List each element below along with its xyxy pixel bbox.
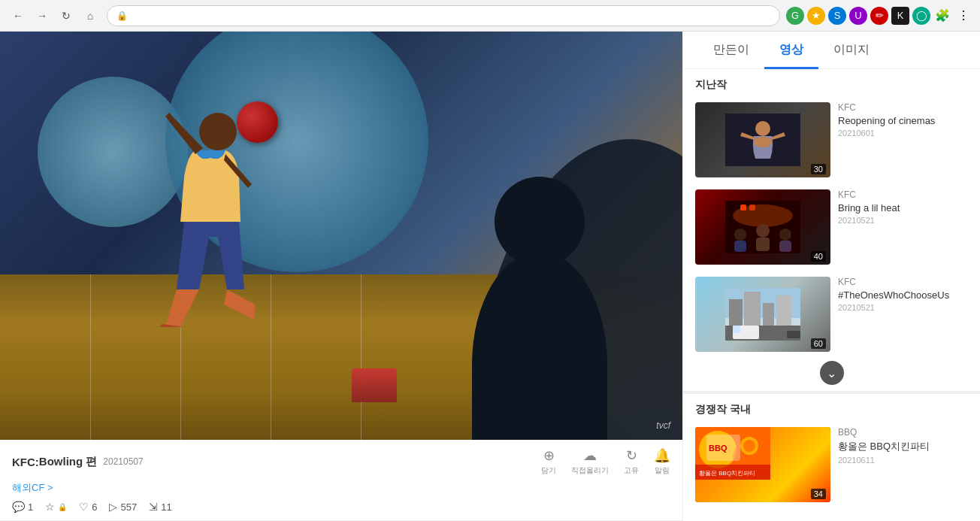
view-stat[interactable]: ▷ 557 bbox=[109, 501, 137, 513]
download-label: 담기 bbox=[541, 465, 556, 476]
related-date-3: 20210521 bbox=[838, 303, 968, 312]
tab-video[interactable]: 영상 bbox=[764, 33, 818, 69]
svg-rect-22 bbox=[733, 326, 740, 333]
svg-point-8 bbox=[734, 229, 746, 241]
category-text[interactable]: 해외CF > bbox=[12, 482, 53, 493]
tab-madeni[interactable]: 만든이 bbox=[698, 33, 764, 69]
reload-button[interactable]: ↻ bbox=[56, 5, 77, 26]
upload-button[interactable]: ☁ 직접올리기 bbox=[571, 447, 609, 476]
like-count: 6 bbox=[92, 501, 97, 513]
thumb-3: 60 bbox=[695, 277, 830, 352]
svg-point-3 bbox=[754, 137, 772, 147]
share-button[interactable]: ↻ 고유 bbox=[624, 447, 639, 476]
address-bar[interactable]: 🔒 play.tvcf.co.kr/827903 bbox=[107, 5, 780, 26]
bookmark-stat[interactable]: ☆ 🔒 bbox=[45, 501, 67, 513]
share-label: 고유 bbox=[624, 465, 639, 476]
thumb-bbq: BBQ 황올은 BBQ치킨파티 34 bbox=[695, 427, 830, 502]
thumb-duration-1: 30 bbox=[811, 164, 826, 174]
forward-button[interactable]: → bbox=[32, 5, 53, 26]
competition-section: 경쟁작 국내 BBQ bbox=[683, 388, 980, 508]
related-video-1[interactable]: 30 KFC Reopening of cinemas 20210601 bbox=[683, 96, 980, 183]
download-button[interactable]: ⊕ 담기 bbox=[541, 447, 556, 476]
like-stat[interactable]: ♡ 6 bbox=[79, 501, 97, 513]
svg-text:BBQ: BBQ bbox=[709, 444, 727, 453]
tab-image[interactable]: 이미지 bbox=[818, 33, 885, 69]
title-group: KFC : Bowling 편 20210507 bbox=[12, 455, 144, 469]
past-works-label: 지난작 bbox=[683, 69, 980, 96]
svg-rect-23 bbox=[767, 329, 785, 338]
main-layout: tvcf KFC : Bowling 편 20210507 ⊕ 담기 bbox=[0, 32, 980, 521]
related-date-2: 20210521 bbox=[838, 216, 968, 225]
related-info-1: KFC Reopening of cinemas 20210601 bbox=[838, 102, 968, 177]
download-icon: ⊕ bbox=[543, 447, 555, 464]
ext-icon-2: ★ bbox=[807, 7, 825, 25]
related-video-3[interactable]: 60 KFC #TheOnesWhoChooseUs 20210521 bbox=[683, 271, 980, 358]
url-input[interactable]: play.tvcf.co.kr/827903 bbox=[132, 10, 770, 21]
ext-icon-1: G bbox=[786, 7, 804, 25]
lock-icon: 🔒 bbox=[58, 503, 67, 511]
video-player[interactable]: tvcf bbox=[0, 32, 682, 440]
related-date-bbq: 20210611 bbox=[838, 456, 968, 465]
svg-text:황올은 BBQ치킨파티: 황올은 BBQ치킨파티 bbox=[699, 470, 755, 477]
svg-point-0 bbox=[199, 113, 237, 150]
ext-icon-puzzle: 🧩 bbox=[933, 7, 951, 25]
svg-point-31 bbox=[743, 440, 755, 452]
lane-line-1 bbox=[90, 274, 91, 440]
related-brand-1: KFC bbox=[838, 102, 968, 113]
bowling-scene: tvcf bbox=[0, 32, 682, 440]
thumb-duration-3: 60 bbox=[811, 338, 826, 349]
related-title-3: #TheOnesWhoChooseUs bbox=[838, 289, 968, 301]
bowler-figure bbox=[120, 86, 286, 327]
view-count: 557 bbox=[120, 501, 137, 513]
upload-icon: ☁ bbox=[583, 447, 597, 464]
comment-stat[interactable]: 💬 1 bbox=[12, 501, 33, 513]
video-subtitle: Bowling 편 bbox=[39, 455, 98, 469]
thumb-2: 40 bbox=[695, 189, 830, 265]
alarm-icon: 🔔 bbox=[654, 447, 670, 464]
video-info-bar: KFC : Bowling 편 20210507 ⊕ 담기 ☁ 직접올리기 bbox=[0, 440, 682, 521]
lane-line-4 bbox=[361, 274, 361, 440]
svg-rect-13 bbox=[779, 241, 791, 252]
upload-label: 직접올리기 bbox=[571, 465, 609, 476]
related-info-2: KFC Bring a lil heat 20210521 bbox=[838, 189, 968, 265]
svg-rect-7 bbox=[749, 204, 755, 211]
svg-point-10 bbox=[756, 224, 770, 238]
thumb-duration-2: 40 bbox=[811, 251, 826, 262]
video-stats: 💬 1 ☆ 🔒 ♡ 6 ▷ 557 ⇲ 11 bbox=[12, 501, 670, 513]
ext-icon-5: ✏ bbox=[870, 7, 888, 25]
home-button[interactable]: ⌂ bbox=[80, 5, 101, 26]
cup-item bbox=[352, 368, 397, 402]
back-button[interactable]: ← bbox=[8, 5, 29, 26]
thumb-duration-bbq: 34 bbox=[811, 489, 826, 499]
head-silhouette bbox=[472, 177, 622, 440]
alarm-label: 알림 bbox=[655, 465, 670, 476]
svg-point-2 bbox=[755, 121, 770, 136]
nav-buttons: ← → ↻ ⌂ bbox=[8, 5, 101, 26]
right-panel: 만든이 영상 이미지 지난작 bbox=[682, 32, 980, 521]
share-stat[interactable]: ⇲ 11 bbox=[149, 501, 171, 513]
share-stat-icon: ⇲ bbox=[149, 501, 158, 513]
category-link[interactable]: 해외CF > bbox=[12, 480, 670, 495]
watermark: tvcf bbox=[656, 420, 670, 431]
ext-icon-3: S bbox=[828, 7, 846, 25]
browser-actions: G ★ S U ✏ K ◯ 🧩 ⋮ bbox=[786, 7, 972, 25]
ext-icon-4: U bbox=[849, 7, 867, 25]
svg-rect-6 bbox=[740, 204, 746, 211]
related-info-bbq: BBQ 황올은 BBQ치킨파티 20210611 bbox=[838, 427, 968, 502]
related-brand-bbq: BBQ bbox=[838, 427, 968, 438]
alarm-button[interactable]: 🔔 알림 bbox=[654, 447, 670, 476]
related-brand-2: KFC bbox=[838, 189, 968, 200]
related-video-bbq[interactable]: BBQ 황올은 BBQ치킨파티 34 BBQ 황올은 BBQ치킨파티 bbox=[683, 421, 980, 508]
related-title-2: Bring a lil heat bbox=[838, 202, 968, 214]
svg-rect-11 bbox=[756, 238, 770, 251]
ext-icon-6: K bbox=[891, 7, 909, 25]
video-actions: ⊕ 담기 ☁ 직접올리기 ↻ 고유 🔔 알림 bbox=[541, 447, 670, 476]
scroll-down-button[interactable]: ⌄ bbox=[820, 361, 844, 385]
related-date-1: 20210601 bbox=[838, 129, 968, 138]
related-video-2[interactable]: 40 KFC Bring a lil heat 20210521 bbox=[683, 183, 980, 271]
menu-icon[interactable]: ⋮ bbox=[954, 7, 972, 25]
play-icon: ▷ bbox=[109, 501, 117, 513]
related-title-1: Reopening of cinemas bbox=[838, 115, 968, 126]
related-title-bbq: 황올은 BBQ치킨파티 bbox=[838, 440, 968, 453]
ext-icon-7: ◯ bbox=[912, 7, 930, 25]
